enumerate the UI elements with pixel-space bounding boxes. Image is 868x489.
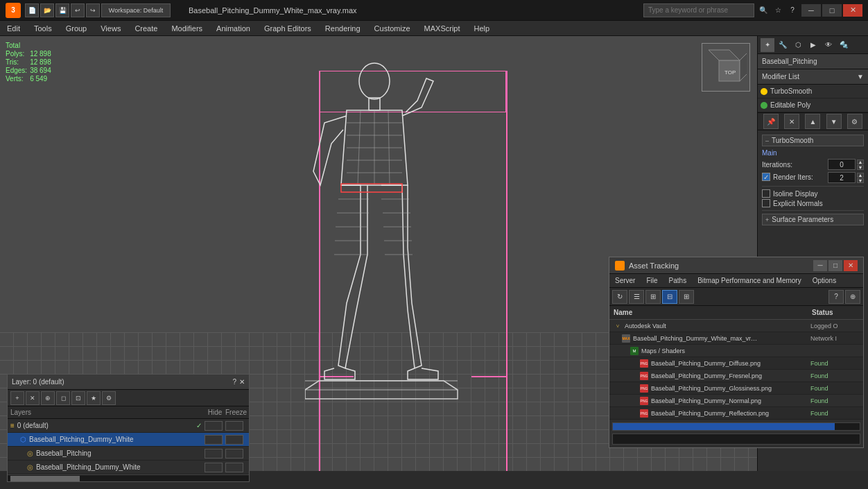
- menu-customize[interactable]: Customize: [367, 21, 417, 36]
- at-row-reflection[interactable]: PNG Baseball_Pitching_Dummy_Reflection.p…: [609, 407, 863, 420]
- at-row-fresnel[interactable]: PNG Baseball_Pitching_Dummy_Fresnel.png …: [609, 370, 863, 382]
- layer-row-1[interactable]: ⬡ Baseball_Pitching_Dummy_White: [8, 433, 249, 447]
- panel-icon-utilities[interactable]: 🔩: [837, 38, 851, 52]
- render-iters-input[interactable]: [828, 172, 856, 183]
- layer-add-selection-btn[interactable]: ⊕: [41, 391, 55, 405]
- mod-pin-btn[interactable]: 📌: [763, 114, 779, 129]
- save-btn[interactable]: 💾: [55, 3, 69, 17]
- render-iters-checkbox[interactable]: ✓: [762, 173, 770, 181]
- redo-btn[interactable]: ↪: [86, 3, 100, 17]
- layer-1-freeze-btn[interactable]: [225, 435, 243, 445]
- mod-move-down-btn[interactable]: ▼: [826, 114, 842, 129]
- layer-0-freeze-btn[interactable]: [225, 421, 243, 431]
- layer-scroll-thumb[interactable]: [10, 476, 80, 481]
- layer-panel-help-btn[interactable]: ?: [232, 378, 236, 386]
- modifier-editable-poly[interactable]: Editable Poly: [758, 98, 868, 112]
- layer-horizontal-scrollbar[interactable]: [8, 474, 249, 481]
- layer-row-3[interactable]: ◎ Baseball_Pitching_Dummy_White: [8, 461, 249, 474]
- modifier-list-bar[interactable]: Modifier List ▼: [758, 69, 868, 85]
- at-minimize-btn[interactable]: ─: [813, 260, 827, 271]
- panel-icon-hierarchy[interactable]: ⬡: [791, 38, 805, 52]
- at-menu-paths[interactable]: Paths: [663, 274, 693, 288]
- layer-icon-0: ≡: [10, 422, 15, 429]
- panel-icon-modify[interactable]: 🔧: [776, 38, 790, 52]
- mod-move-up-btn[interactable]: ▲: [805, 114, 820, 129]
- search-icon-btn[interactable]: 🔍: [757, 4, 770, 17]
- menu-modifiers[interactable]: Modifiers: [164, 21, 209, 36]
- minimize-button[interactable]: ─: [801, 4, 821, 17]
- iterations-input[interactable]: [828, 159, 856, 170]
- menu-group[interactable]: Group: [59, 21, 94, 36]
- menu-animation[interactable]: Animation: [209, 21, 257, 36]
- at-row-glossiness[interactable]: PNG Baseball_Pitching_Dummy_Glossiness.p…: [609, 382, 863, 395]
- at-help-btn[interactable]: ?: [828, 290, 844, 304]
- menu-views[interactable]: Views: [94, 21, 128, 36]
- at-row-max-file[interactable]: MAX Baseball_Pitching_Dummy_White_max_vr…: [609, 332, 863, 345]
- layer-2-freeze-btn[interactable]: [225, 449, 243, 458]
- layer-0-hide-btn[interactable]: [205, 421, 223, 431]
- layer-delete-btn[interactable]: ✕: [26, 391, 40, 405]
- at-row-vault[interactable]: V Autodesk Vault Logged O: [609, 320, 863, 332]
- layer-panel-close-btn[interactable]: ✕: [239, 378, 245, 386]
- menu-rendering[interactable]: Rendering: [318, 21, 367, 36]
- at-menu-bitmap-perf[interactable]: Bitmap Performance and Memory: [692, 274, 807, 288]
- layer-3-hide-btn[interactable]: [205, 463, 223, 472]
- modifier-list-dropdown-icon[interactable]: ▼: [857, 73, 864, 80]
- mod-delete-btn[interactable]: ✕: [784, 114, 799, 129]
- menu-help[interactable]: Help: [467, 21, 497, 36]
- at-menu-options[interactable]: Options: [807, 274, 842, 288]
- modifier-turbosmooth[interactable]: TurboSmooth: [758, 85, 868, 98]
- at-maximize-btn[interactable]: □: [828, 260, 842, 271]
- layer-select-objects-btn[interactable]: ⊡: [71, 391, 85, 405]
- open-btn[interactable]: 📂: [40, 3, 54, 17]
- turbosmooth-section-header[interactable]: – TurboSmooth: [762, 135, 864, 146]
- iterations-down-btn[interactable]: ▼: [857, 165, 864, 170]
- at-row-normal[interactable]: PNG Baseball_Pitching_Dummy_Normal.png F…: [609, 395, 863, 407]
- layer-new-btn[interactable]: +: [10, 391, 24, 405]
- at-details-view-btn[interactable]: ⊞: [645, 290, 661, 304]
- layer-row-2[interactable]: ◎ Baseball_Pitching: [8, 447, 249, 461]
- menu-edit[interactable]: Edit: [0, 21, 27, 36]
- layer-1-hide-btn[interactable]: [205, 435, 223, 445]
- menu-tools[interactable]: Tools: [27, 21, 59, 36]
- isoline-checkbox[interactable]: [762, 189, 770, 198]
- surface-params-header[interactable]: + Surface Parameters: [762, 214, 864, 225]
- navigation-cube[interactable]: TOP: [702, 43, 750, 92]
- panel-icon-display[interactable]: 👁: [822, 38, 835, 52]
- undo-btn[interactable]: ↩: [71, 3, 85, 17]
- menu-create[interactable]: Create: [128, 21, 164, 36]
- at-menu-server[interactable]: Server: [609, 274, 641, 288]
- iterations-up-btn[interactable]: ▲: [857, 160, 864, 164]
- explicit-normals-checkbox[interactable]: [762, 199, 770, 207]
- new-btn[interactable]: 📄: [25, 3, 39, 17]
- at-asset-view-btn[interactable]: ⊟: [662, 290, 677, 304]
- render-iters-up-btn[interactable]: ▲: [857, 173, 864, 178]
- menu-maxscript[interactable]: MAXScript: [417, 21, 467, 36]
- close-button[interactable]: ✕: [843, 4, 862, 17]
- layer-highlight-btn[interactable]: ★: [87, 391, 101, 405]
- title-search-input[interactable]: [643, 3, 754, 17]
- layer-2-hide-btn[interactable]: [205, 449, 223, 458]
- panel-icon-create[interactable]: ✦: [761, 38, 774, 52]
- panel-icon-motion[interactable]: ▶: [806, 38, 820, 52]
- mod-configure-btn[interactable]: ⚙: [847, 114, 862, 129]
- workspace-dropdown[interactable]: Workspace: Default: [101, 3, 171, 17]
- maximize-button[interactable]: □: [822, 4, 842, 17]
- at-row-diffuse[interactable]: PNG Baseball_Pitching_Dummy_Diffuse.png …: [609, 357, 863, 370]
- at-list-view-btn[interactable]: ☰: [629, 290, 644, 304]
- at-row-maps[interactable]: M Maps / Shaders: [609, 345, 863, 357]
- menu-graph-editors[interactable]: Graph Editors: [257, 21, 318, 36]
- layer-options-btn[interactable]: ⚙: [102, 391, 116, 405]
- bookmark-icon-btn[interactable]: ☆: [772, 4, 784, 17]
- render-iters-down-btn[interactable]: ▼: [857, 178, 864, 183]
- layer-select-btn[interactable]: ◻: [56, 391, 70, 405]
- at-bitmap-view-btn[interactable]: ⊞: [679, 290, 694, 304]
- layer-3-freeze-btn[interactable]: [225, 463, 243, 472]
- at-menu-file[interactable]: File: [641, 274, 663, 288]
- help-icon-btn[interactable]: ?: [786, 4, 799, 17]
- at-close-btn[interactable]: ✕: [844, 260, 858, 271]
- at-refresh-btn[interactable]: ↻: [612, 290, 627, 304]
- layer-row-0[interactable]: ≡ 0 (default) ✓: [8, 419, 249, 433]
- at-expand-btn[interactable]: ⊕: [845, 290, 860, 304]
- at-table-body: V Autodesk Vault Logged O MAX Baseball_P…: [609, 320, 863, 420]
